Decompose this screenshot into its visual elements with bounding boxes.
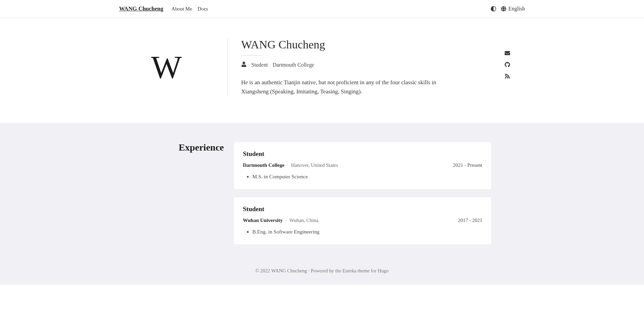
copyright: © 2022 WANG Chucheng	[255, 268, 307, 273]
intro-section: W WANG Chucheng Student Dartmouth Colleg…	[112, 18, 532, 123]
bullet-list: M.S. in Computer Science	[243, 174, 482, 180]
experience-card: Student Wuhan University · Wuhan, China …	[234, 197, 491, 244]
card-title: Student	[243, 205, 482, 213]
person-icon	[241, 62, 247, 68]
period: 2017 - 2021	[458, 218, 483, 223]
person-name: WANG Chucheng	[241, 38, 491, 51]
powered-prefix: Powered by the	[311, 268, 343, 273]
powered-middle: theme for	[356, 268, 378, 273]
github-icon[interactable]	[505, 62, 525, 67]
role: Student	[251, 62, 268, 68]
globe-icon	[501, 6, 506, 12]
location: Wuhan, China	[289, 218, 318, 223]
language-selector[interactable]: English	[501, 6, 525, 12]
footer-separator: ·	[307, 268, 311, 273]
card-title: Student	[243, 150, 482, 158]
experience-section: Experience Student Dartmouth College · H…	[0, 123, 644, 265]
bio-description: He is an authentic Tianjin native, but n…	[241, 78, 451, 96]
avatar-letter: W	[151, 48, 182, 86]
bio: WANG Chucheng Student Dartmouth College …	[227, 38, 491, 96]
site-footer: © 2022 WANG Chucheng · Powered by the Eu…	[0, 265, 644, 285]
theme-toggle-icon[interactable]	[491, 6, 496, 12]
email-icon[interactable]	[505, 50, 525, 56]
experience-cards: Student Dartmouth College · Hanover, Uni…	[234, 142, 491, 244]
social-links	[505, 38, 525, 79]
nav-link-about-me[interactable]: About Me	[171, 6, 192, 12]
bullet: M.S. in Computer Science	[252, 174, 482, 180]
location: Hanover, United States	[291, 162, 338, 168]
bullet-list: B.Eng. in Software Engineering	[243, 229, 482, 235]
separator-dot: ·	[285, 218, 287, 223]
rss-icon[interactable]	[505, 73, 525, 79]
nav-link-docs[interactable]: Docs	[198, 6, 208, 12]
institution: Dartmouth College	[273, 62, 314, 68]
divider	[241, 55, 261, 55]
site-title[interactable]: WANG Chucheng	[119, 5, 163, 12]
organization: Wuhan University	[243, 218, 283, 223]
engine-link[interactable]: Hugo	[378, 268, 389, 273]
bullet: B.Eng. in Software Engineering	[252, 229, 482, 235]
separator-dot: ·	[287, 162, 289, 168]
avatar: W	[119, 38, 214, 86]
section-title: Experience	[153, 142, 224, 244]
organization: Dartmouth College	[243, 162, 284, 168]
theme-link[interactable]: Eureka	[343, 268, 356, 273]
main-nav: About Me Docs	[171, 6, 208, 12]
experience-card: Student Dartmouth College · Hanover, Uni…	[234, 142, 491, 189]
site-header: WANG Chucheng About Me Docs English	[0, 0, 644, 18]
period: 2021 - Present	[453, 162, 482, 168]
language-label: English	[508, 6, 525, 12]
